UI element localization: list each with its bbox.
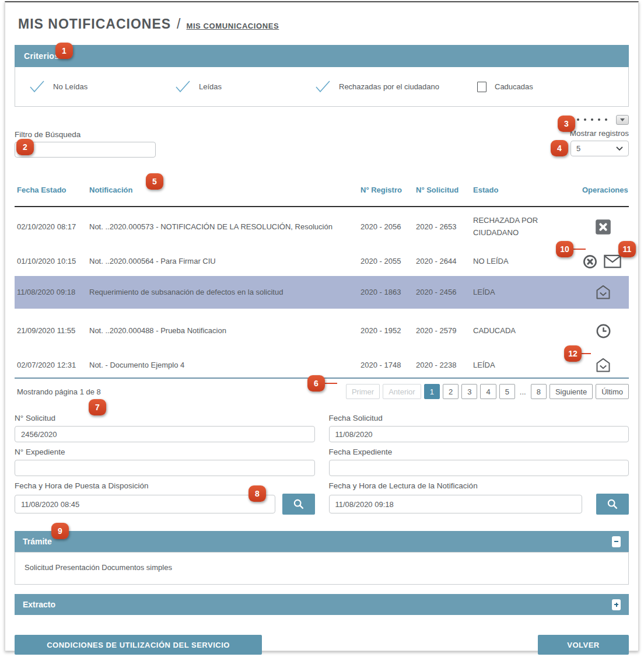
- row-estado: RECHAZADA POR CIUDADANO: [473, 215, 582, 239]
- notification-details-form: N° Solicitud Fecha Solicitud N° Expedien…: [15, 414, 629, 515]
- tramite-title: Trámite: [23, 537, 52, 546]
- mis-comunicaciones-link[interactable]: MIS COMUNICACIONES: [186, 22, 279, 30]
- row-fecha: 01/10/2020 10:15: [15, 256, 89, 268]
- checkbox-label: No Leídas: [53, 82, 88, 91]
- row-solicitud: 2020 - 2644: [416, 256, 473, 268]
- fecha-expediente-input[interactable]: [329, 460, 629, 476]
- puesta-disposicion-input[interactable]: [15, 495, 275, 513]
- search-icon: [606, 498, 619, 511]
- criterios-title: Criterios: [24, 51, 59, 61]
- row-registro: 2020 - 1952: [360, 325, 416, 337]
- pagination-page-8[interactable]: 8: [531, 384, 547, 399]
- field-num-expediente: N° Expediente: [15, 448, 315, 476]
- collapse-minus-icon[interactable]: [612, 536, 621, 547]
- pagination-prev-button[interactable]: Anterior: [383, 384, 421, 399]
- field-label: Fecha y Hora de Puesta a Disposición: [15, 481, 315, 490]
- show-records-select[interactable]: 5: [570, 141, 629, 156]
- row-estado: CADUCADA: [473, 325, 582, 337]
- row-notificacion: Not. ..2020.000564 - Para Firmar CIU: [89, 256, 360, 268]
- row-notificacion: Not. ..2020.000488 - Prueba Notificacion: [89, 325, 360, 337]
- reject-circle-icon[interactable]: [582, 254, 598, 270]
- column-header-fecha-estado: Fecha Estado: [15, 185, 89, 200]
- expired-clock-icon[interactable]: [596, 323, 611, 339]
- pagination-next-button[interactable]: Siguiente: [550, 384, 593, 399]
- column-header-registro: N° Registro: [360, 185, 416, 200]
- checkbox-caducadas[interactable]: Caducadas: [477, 82, 533, 92]
- tramite-content: Solicitud Presentación Documentos simple…: [24, 563, 172, 572]
- notifications-page: MIS NOTIFICACIONES / MIS COMUNICACIONES …: [5, 1, 639, 651]
- checkbox-checked-icon: [175, 81, 191, 93]
- row-fecha: 02/07/2020 12:31: [15, 359, 89, 372]
- table-row-selected[interactable]: 11/08/2020 09:18 Requerimiento de subsan…: [15, 276, 629, 309]
- pagination-page-3[interactable]: 3: [461, 384, 477, 399]
- column-header-notificacion: Notificación: [89, 185, 360, 200]
- pagination-ellipsis: ...: [518, 384, 528, 399]
- conditions-button[interactable]: CONDICIONES DE UTILIZACIÓN DEL SERVICIO: [15, 635, 262, 655]
- checkbox-no-leidas[interactable]: No Leídas: [29, 81, 175, 93]
- row-fecha: 11/08/2020 09:18: [15, 286, 89, 299]
- lectura-notificacion-input[interactable]: [329, 495, 583, 513]
- fecha-solicitud-input[interactable]: [329, 426, 629, 442]
- search-filter-input[interactable]: [15, 142, 156, 158]
- field-puesta-disposicion: Fecha y Hora de Puesta a Disposición: [15, 481, 315, 515]
- row-estado: LEÍDA: [473, 359, 582, 372]
- footer-actions: CONDICIONES DE UTILIZACIÓN DEL SERVICIO …: [15, 635, 629, 655]
- num-solicitud-input[interactable]: [15, 426, 315, 442]
- extracto-title: Extracto: [23, 600, 55, 609]
- column-settings-dots: [570, 118, 607, 121]
- tramite-accordion-header[interactable]: Trámite: [15, 531, 629, 552]
- field-label: Fecha Expediente: [329, 448, 629, 456]
- row-notificacion: Not. - Documento Ejemplo 4: [89, 359, 360, 372]
- field-lectura-notificacion: Fecha y Hora de Lectura de la Notificaci…: [329, 481, 629, 515]
- pagination-status: Mostrando página 1 de 8: [15, 387, 101, 396]
- dropdown-arrow-icon: [620, 118, 625, 121]
- field-label: N° Solicitud: [15, 414, 315, 422]
- checkbox-rechazadas[interactable]: Rechazadas por el ciudadano: [315, 81, 477, 93]
- expand-plus-icon[interactable]: [612, 599, 621, 610]
- pagination-page-2[interactable]: 2: [443, 384, 459, 399]
- extracto-accordion-header[interactable]: Extracto: [15, 594, 629, 615]
- field-fecha-expediente: Fecha Expediente: [329, 448, 629, 476]
- puesta-disposicion-search-button[interactable]: [282, 494, 315, 515]
- criterios-panel: Criterios No Leídas Leídas Rechazadas po…: [15, 45, 629, 107]
- pagination: Mostrando página 1 de 8 Primer Anterior …: [15, 379, 629, 404]
- chevron-down-icon: [616, 146, 623, 151]
- field-num-solicitud: N° Solicitud: [15, 414, 315, 442]
- search-icon: [292, 498, 305, 511]
- search-filter-group: Filtro de Búsqueda: [15, 130, 156, 158]
- table-row[interactable]: 02/10/2020 08:17 Not. ..2020.000573 - NO…: [15, 207, 629, 247]
- tramite-accordion-body: Solicitud Presentación Documentos simple…: [15, 552, 629, 585]
- read-envelope-icon[interactable]: [595, 357, 611, 373]
- lectura-notificacion-search-button[interactable]: [596, 494, 629, 515]
- unread-envelope-icon[interactable]: [604, 254, 621, 268]
- extracto-accordion: Extracto: [15, 594, 629, 615]
- rejected-square-icon[interactable]: [595, 219, 611, 235]
- table-row[interactable]: 21/09/2020 11:55 Not. ..2020.000488 - Pr…: [15, 309, 629, 353]
- checkbox-leidas[interactable]: Leídas: [175, 81, 315, 93]
- page-title: MIS NOTIFICACIONES: [18, 16, 171, 32]
- table-row[interactable]: 01/10/2020 10:15 Not. ..2020.000564 - Pa…: [15, 247, 629, 276]
- row-estado: NO LEÍDA: [473, 256, 582, 268]
- num-expediente-input[interactable]: [15, 460, 315, 476]
- row-registro: 2020 - 2055: [360, 256, 416, 268]
- tramite-accordion: Trámite Solicitud Presentación Documento…: [15, 531, 629, 585]
- field-fecha-solicitud: Fecha Solicitud: [329, 414, 629, 442]
- row-notificacion: Requerimiento de subsanación de defectos…: [89, 286, 360, 299]
- show-records-label: Mostrar registros: [570, 129, 629, 138]
- show-records-value: 5: [576, 144, 580, 153]
- checkbox-unchecked-icon: [477, 82, 487, 92]
- pagination-page-4[interactable]: 4: [480, 384, 496, 399]
- pagination-first-button[interactable]: Primer: [346, 384, 380, 399]
- pagination-last-button[interactable]: Último: [596, 384, 629, 399]
- pagination-page-1[interactable]: 1: [424, 384, 440, 399]
- read-envelope-icon[interactable]: [595, 284, 611, 300]
- back-button[interactable]: VOLVER: [538, 635, 629, 655]
- row-solicitud: 2020 - 2579: [416, 325, 473, 337]
- title-separator: /: [177, 16, 180, 32]
- row-solicitud: 2020 - 2238: [416, 359, 473, 372]
- pagination-page-5[interactable]: 5: [499, 384, 515, 399]
- table-row[interactable]: 02/07/2020 12:31 Not. - Documento Ejempl…: [15, 353, 629, 378]
- table-header-row: Fecha Estado Notificación N° Registro N°…: [15, 180, 629, 207]
- checkbox-label: Leídas: [199, 82, 222, 91]
- column-settings-dropdown-button[interactable]: [616, 115, 629, 125]
